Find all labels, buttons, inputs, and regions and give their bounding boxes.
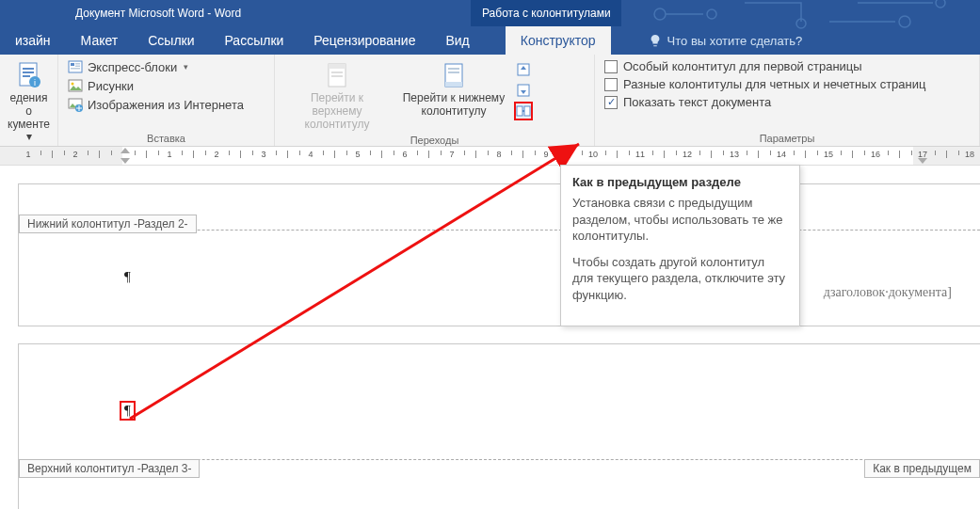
page-1[interactable]: Нижний колонтитул -Раздел 2- ¶ дзаголово… bbox=[19, 184, 980, 326]
nav-mini-buttons bbox=[514, 58, 533, 120]
group-options-label: Параметры bbox=[601, 131, 973, 146]
svg-rect-22 bbox=[331, 72, 343, 73]
page-2[interactable]: ¶ Верхний колонтитул -Раздел 3- Как в пр… bbox=[19, 344, 980, 509]
svg-rect-26 bbox=[448, 68, 459, 70]
window-title: Документ Microsoft Word - Word bbox=[75, 7, 241, 20]
svg-rect-25 bbox=[445, 82, 462, 87]
svg-text:i: i bbox=[34, 78, 36, 87]
svg-rect-12 bbox=[71, 63, 74, 66]
show-document-text-checkbox[interactable]: ✓Показать текст документа bbox=[601, 94, 929, 110]
previous-section-button[interactable] bbox=[514, 60, 533, 79]
svg-rect-15 bbox=[71, 68, 80, 70]
svg-point-0 bbox=[654, 8, 666, 20]
header-section-tag: Верхний колонтитул -Раздел 3- bbox=[19, 459, 200, 478]
svg-rect-7 bbox=[23, 72, 34, 73]
online-pictures-icon bbox=[68, 97, 83, 112]
checkbox-icon bbox=[604, 78, 618, 91]
different-first-page-checkbox[interactable]: Особый колонтитул для первой страницы bbox=[601, 58, 929, 74]
tab-references[interactable]: Ссылки bbox=[133, 26, 209, 55]
svg-rect-21 bbox=[329, 64, 345, 69]
tooltip-title: Как в предыдущем разделе bbox=[572, 175, 788, 189]
next-section-button[interactable] bbox=[514, 81, 533, 100]
svg-rect-13 bbox=[75, 63, 80, 65]
paragraph-mark: ¶ bbox=[124, 269, 131, 285]
svg-point-1 bbox=[707, 9, 716, 19]
ribbon: i едения окументе ▾ Экспресс-блоки▾ Рису… bbox=[0, 55, 980, 147]
group-docinfo: i едения окументе ▾ bbox=[0, 55, 58, 146]
group-navigation: Перейти к верхнему колонтитулу Перейти к… bbox=[275, 55, 595, 146]
svg-point-17 bbox=[72, 83, 74, 86]
checkbox-icon bbox=[604, 60, 618, 73]
footer-section-tag: Нижний колонтитул -Раздел 2- bbox=[19, 215, 197, 233]
tell-me-text: Что вы хотите сделать? bbox=[667, 34, 803, 48]
svg-rect-27 bbox=[448, 72, 459, 73]
horizontal-ruler[interactable]: 2112345678910111213141516171819 bbox=[0, 147, 980, 166]
paragraph-mark-highlighted: ¶ bbox=[120, 401, 136, 421]
goto-header-button[interactable]: Перейти к верхнему колонтитулу bbox=[281, 58, 394, 133]
quick-parts-icon bbox=[68, 59, 83, 74]
svg-rect-8 bbox=[23, 75, 30, 77]
svg-rect-14 bbox=[75, 66, 80, 68]
document-area: Нижний колонтитул -Раздел 2- ¶ дзаголово… bbox=[0, 166, 980, 509]
link-to-previous-button[interactable] bbox=[514, 102, 533, 120]
goto-header-icon bbox=[322, 60, 352, 90]
group-navigation-label: Переходы bbox=[281, 133, 588, 148]
tab-layout[interactable]: Макет bbox=[66, 26, 134, 55]
hanging-indent-marker[interactable] bbox=[120, 158, 130, 164]
tab-review[interactable]: Рецензирование bbox=[298, 26, 430, 55]
document-info-icon: i bbox=[14, 60, 44, 90]
pictures-icon bbox=[68, 78, 83, 93]
tooltip-body-2: Чтобы создать другой колонтитул для теку… bbox=[572, 254, 788, 304]
goto-footer-button[interactable]: Перейти к нижнему колонтитулу bbox=[397, 58, 510, 120]
tab-mailings[interactable]: Рассылки bbox=[210, 26, 299, 55]
tab-constructor[interactable]: Конструктор bbox=[506, 26, 611, 55]
tab-design[interactable]: изайн bbox=[0, 26, 66, 55]
quick-parts-button[interactable]: Экспресс-блоки▾ bbox=[64, 58, 248, 75]
group-options: Особый колонтитул для первой страницы Ра… bbox=[595, 55, 980, 146]
svg-rect-6 bbox=[23, 68, 34, 70]
checkbox-checked-icon: ✓ bbox=[604, 96, 618, 109]
svg-rect-23 bbox=[331, 75, 343, 77]
pictures-button[interactable]: Рисунки bbox=[64, 77, 248, 94]
contextual-tab-label: Работа с колонтитулами bbox=[471, 0, 622, 26]
group-insert: Экспресс-блоки▾ Рисунки Изображения из И… bbox=[58, 55, 275, 146]
header-placeholder-text: дзаголовок·документа] bbox=[824, 285, 952, 300]
svg-rect-30 bbox=[517, 106, 522, 116]
goto-footer-icon bbox=[439, 60, 469, 90]
document-info-button[interactable]: i едения окументе ▾ bbox=[4, 58, 55, 146]
tooltip-body-1: Установка связи с предыдущим разделом, ч… bbox=[572, 195, 788, 245]
svg-rect-31 bbox=[524, 106, 530, 116]
svg-point-3 bbox=[899, 16, 910, 27]
link-to-previous-tooltip: Как в предыдущем разделе Установка связи… bbox=[560, 165, 800, 326]
online-pictures-button[interactable]: Изображения из Интернета bbox=[64, 96, 248, 113]
lightbulb-icon bbox=[649, 34, 662, 47]
tab-view[interactable]: Вид bbox=[430, 26, 484, 55]
svg-point-4 bbox=[936, 0, 945, 8]
first-line-indent-marker[interactable] bbox=[120, 148, 130, 153]
same-as-previous-tag: Как в предыдущем bbox=[864, 459, 980, 478]
group-insert-label: Вставка bbox=[64, 131, 268, 146]
titlebar-decor bbox=[621, 0, 980, 26]
different-odd-even-checkbox[interactable]: Разные колонтитулы для четных и нечетных… bbox=[601, 76, 929, 92]
